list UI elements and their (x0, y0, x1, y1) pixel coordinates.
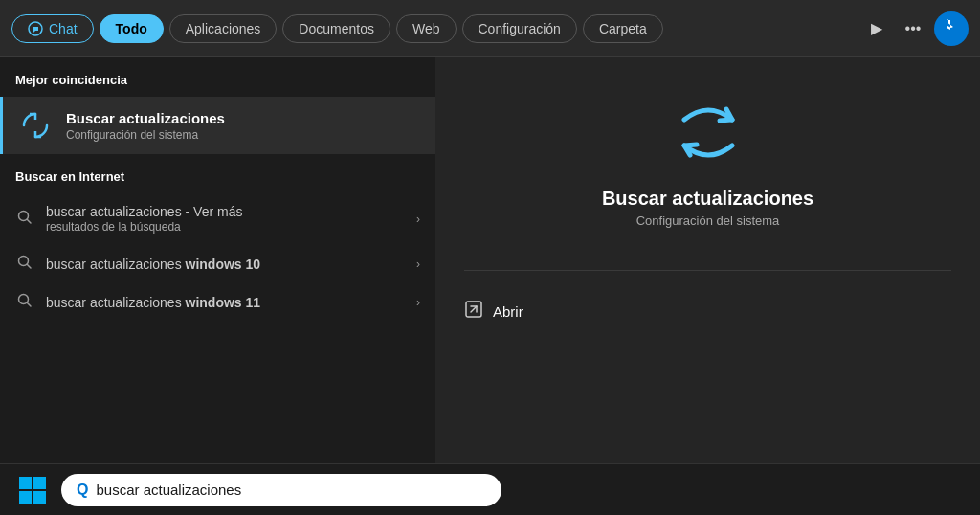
best-match-title: Mejor coincidencia (0, 73, 435, 97)
update-icon (18, 108, 53, 143)
configuracion-button[interactable]: Configuración (462, 14, 577, 43)
svg-line-3 (28, 219, 32, 223)
svg-rect-11 (33, 477, 46, 489)
best-match-item[interactable]: Buscar actualizaciones Configuración del… (0, 97, 435, 154)
svg-rect-12 (19, 491, 32, 504)
update-icon-large (665, 96, 751, 172)
search-icon (15, 293, 34, 312)
todo-label: Todo (116, 21, 147, 36)
open-label: Abrir (493, 303, 523, 320)
svg-line-9 (471, 306, 477, 312)
chat-button[interactable]: Chat (11, 14, 94, 43)
right-panel: Buscar actualizaciones Configuración del… (435, 57, 980, 463)
windows-logo[interactable] (15, 473, 50, 507)
chevron-right-icon: › (416, 213, 420, 226)
list-item-text: buscar actualizaciones windows 11 (46, 294, 405, 311)
app-icon-area: Buscar actualizaciones Configuración del… (602, 96, 813, 228)
best-match-name: Buscar actualizaciones (66, 110, 225, 126)
play-icon: ▶ (871, 19, 882, 37)
bing-icon (942, 16, 961, 40)
search-box[interactable]: Q (61, 474, 501, 506)
search-icon (15, 255, 34, 274)
list-item[interactable]: buscar actualizaciones - Ver más resulta… (0, 193, 435, 245)
svg-line-5 (28, 264, 32, 268)
open-icon (464, 300, 483, 324)
item-main-text: buscar actualizaciones windows 10 (46, 257, 260, 272)
chat-label: Chat (49, 21, 78, 36)
configuracion-label: Configuración (479, 21, 561, 36)
bottom-bar: Q (0, 463, 980, 515)
chevron-right-icon: › (416, 258, 420, 271)
web-button[interactable]: Web (396, 14, 457, 43)
item-main-text: buscar actualizaciones windows 11 (46, 295, 260, 310)
search-icon (15, 210, 34, 229)
search-q-icon: Q (77, 481, 88, 499)
list-item[interactable]: buscar actualizaciones windows 10 › (0, 245, 435, 283)
best-match-subtitle: Configuración del sistema (66, 128, 225, 142)
open-button[interactable]: Abrir (464, 294, 523, 329)
chat-icon (28, 21, 43, 36)
documentos-button[interactable]: Documentos (282, 14, 390, 43)
carpeta-label: Carpeta (599, 21, 647, 36)
search-container: Chat Todo Aplicaciones Documentos Web Co… (0, 0, 980, 515)
internet-title: Buscar en Internet (0, 169, 435, 193)
best-match-text: Buscar actualizaciones Configuración del… (66, 110, 225, 142)
more-button[interactable]: ••• (898, 13, 928, 44)
svg-line-7 (28, 302, 32, 306)
bing-button[interactable] (934, 11, 969, 46)
web-label: Web (412, 21, 440, 36)
main-content: Mejor coincidencia Buscar actualizacione… (0, 57, 980, 463)
carpeta-button[interactable]: Carpeta (583, 14, 663, 43)
separator (464, 270, 951, 271)
filter-bar: Chat Todo Aplicaciones Documentos Web Co… (0, 0, 980, 57)
item-main-text: buscar actualizaciones - Ver más (46, 204, 242, 219)
documentos-label: Documentos (299, 21, 374, 36)
svg-rect-13 (33, 491, 46, 504)
app-name: Buscar actualizaciones (602, 188, 813, 210)
list-item-text: buscar actualizaciones - Ver más resulta… (46, 203, 405, 235)
list-item[interactable]: buscar actualizaciones windows 11 › (0, 283, 435, 322)
svg-marker-1 (33, 27, 38, 33)
svg-rect-10 (19, 477, 32, 489)
aplicaciones-button[interactable]: Aplicaciones (169, 14, 278, 43)
chevron-right-icon: › (416, 296, 420, 309)
item-secondary-text: resultados de la búsqueda (46, 220, 405, 235)
left-panel: Mejor coincidencia Buscar actualizacione… (0, 57, 435, 463)
more-icon: ••• (905, 20, 922, 37)
aplicaciones-label: Aplicaciones (186, 21, 261, 36)
list-item-text: buscar actualizaciones windows 10 (46, 256, 405, 273)
play-button[interactable]: ▶ (861, 13, 892, 44)
todo-button[interactable]: Todo (100, 14, 164, 43)
app-subtitle: Configuración del sistema (636, 213, 780, 228)
internet-section: Buscar en Internet buscar actualizacione… (0, 169, 435, 329)
search-input[interactable] (96, 481, 486, 498)
